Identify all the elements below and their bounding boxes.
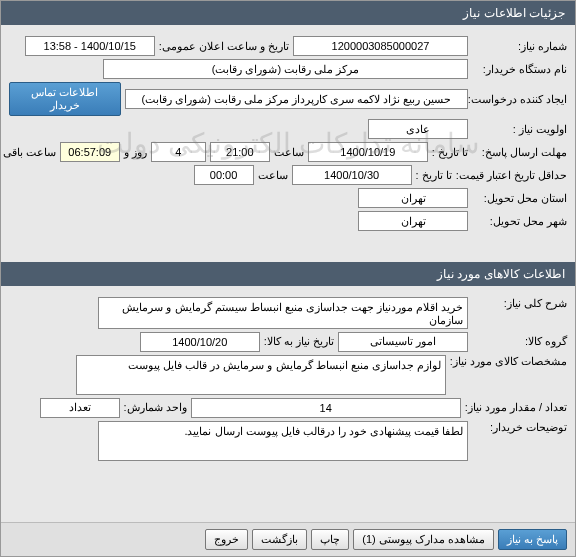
requester-label: ایجاد کننده درخواست: <box>472 93 567 106</box>
min-validity-label: حداقل تاریخ اعتبار قیمت: <box>456 169 567 182</box>
deadline-reply-label: مهلت ارسال پاسخ: <box>472 146 567 159</box>
group-label: گروه کالا: <box>472 335 567 348</box>
day-and-label: روز و <box>124 146 147 159</box>
time-remaining-field[interactable] <box>60 142 120 162</box>
item-spec-label: مشخصات کالای مورد نیاز: <box>450 355 567 368</box>
priority-label: اولویت نیاز : <box>472 123 567 136</box>
deadline-date-field[interactable] <box>308 142 428 162</box>
footer-bar: پاسخ به نیاز مشاهده مدارک پیوستی (1) چاپ… <box>1 522 575 556</box>
section-header-need-info: جزئیات اطلاعات نیاز <box>1 1 575 25</box>
deadline-time-field[interactable] <box>210 142 270 162</box>
reply-button[interactable]: پاسخ به نیاز <box>498 529 567 550</box>
until-date-label-2: تا تاریخ : <box>416 169 452 182</box>
notes-field[interactable] <box>98 421 468 461</box>
print-button[interactable]: چاپ <box>311 529 349 550</box>
section-header-items: اطلاعات کالاهای مورد نیاز <box>1 262 575 286</box>
desc-field[interactable] <box>98 297 468 329</box>
back-button[interactable]: بازگشت <box>252 529 307 550</box>
item-spec-field[interactable] <box>76 355 446 395</box>
unit-field[interactable] <box>40 398 120 418</box>
requester-field[interactable] <box>125 89 468 109</box>
time-label-2: ساعت <box>258 169 288 182</box>
validity-time-field[interactable] <box>194 165 254 185</box>
group-field[interactable] <box>338 332 468 352</box>
announce-field[interactable] <box>25 36 155 56</box>
announce-label: تاریخ و ساعت اعلان عمومی: <box>159 40 289 53</box>
need-date-label: تاریخ نیاز به کالا: <box>264 335 334 348</box>
delivery-city-label: شهر محل تحویل: <box>472 215 567 228</box>
contact-buyer-button[interactable]: اطلاعات تماس خریدار <box>9 82 121 116</box>
notes-label: توضیحات خریدار: <box>472 421 567 434</box>
need-number-field[interactable] <box>293 36 468 56</box>
need-date-field[interactable] <box>140 332 260 352</box>
buyer-org-field[interactable] <box>103 59 468 79</box>
qty-label: تعداد / مقدار مورد نیاز: <box>465 401 567 414</box>
priority-field[interactable] <box>368 119 468 139</box>
days-remaining-field[interactable] <box>151 142 206 162</box>
exit-button[interactable]: خروج <box>205 529 248 550</box>
remain-label: ساعت باقی مانده <box>1 146 56 159</box>
validity-date-field[interactable] <box>292 165 412 185</box>
until-date-label-1: تا تاریخ : <box>432 146 468 159</box>
need-number-label: شماره نیاز: <box>472 40 567 53</box>
delivery-city-field[interactable] <box>358 211 468 231</box>
desc-label: شرح کلی نیاز: <box>472 297 567 310</box>
unit-label: واحد شمارش: <box>124 401 187 414</box>
buyer-org-label: نام دستگاه خریدار: <box>472 63 567 76</box>
qty-field[interactable] <box>191 398 461 418</box>
time-label-1: ساعت <box>274 146 304 159</box>
delivery-prov-field[interactable] <box>358 188 468 208</box>
delivery-prov-label: استان محل تحویل: <box>472 192 567 205</box>
attachments-button[interactable]: مشاهده مدارک پیوستی (1) <box>353 529 494 550</box>
